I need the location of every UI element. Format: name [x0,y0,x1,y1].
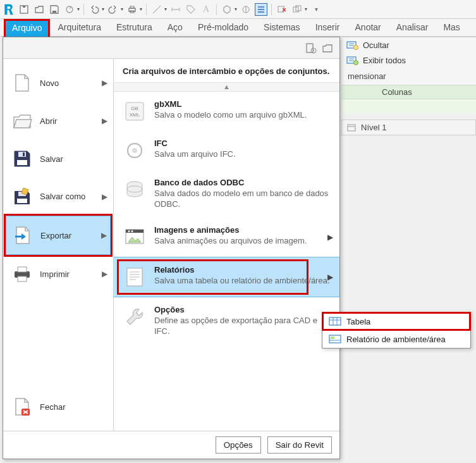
svg-rect-19 [18,152,26,157]
print-icon[interactable] [126,3,138,16]
svg-rect-38 [329,318,341,325]
export-list: GBXML gbXMLSalva o modelo como um arquiv… [114,92,339,431]
save-icon[interactable] [48,3,61,16]
relatorio-ambiente-label: Relatório de ambiente/área [346,335,446,344]
images-icon [123,225,147,249]
relatorios-title: Relatórios [154,265,330,275]
chevron-right-icon: ▶ [102,192,107,201]
options-title: Opções [154,305,331,314]
menu-exportar-label: Exportar [40,231,71,240]
tab-mas[interactable]: Mas [436,19,467,36]
redo-icon[interactable] [107,3,119,16]
menu-salvar-como[interactable]: Salvar como ▶ [6,178,111,216]
chevron-right-icon: ▶ [102,78,107,87]
svg-point-30 [132,148,137,153]
undo-icon[interactable] [88,3,101,16]
ifc-title: IFC [154,139,236,148]
scroll-up-hint[interactable]: ▲ [114,83,339,92]
exibir-todos-button[interactable]: Exibir todos [341,52,476,68]
odbc-title: Banco de dados ODBC [154,178,331,187]
export-gbxml[interactable]: GBXML gbXMLSalva o modelo como um arquiv… [114,92,339,131]
view-level-bar[interactable]: Nível 1 [341,120,476,135]
application-menu: Novo ▶ Abrir ▶ Salvar Salvar como ▶ Expo… [3,37,340,459]
save-disk-icon [11,147,34,170]
export-odbc[interactable]: Banco de dados ODBCSalva dados do modelo… [114,170,339,218]
export-ifc[interactable]: IFCSalva um arquivo IFC. [114,131,339,170]
tab-arquivo[interactable]: Arquivo [4,19,50,37]
tab-analisar[interactable]: Analisar [389,19,436,36]
green-row-2 [341,99,476,113]
menu-salvar[interactable]: Salvar [6,140,111,178]
tag-icon[interactable] [185,3,197,16]
open-icon[interactable] [33,3,46,16]
open-docs-icon[interactable] [322,42,333,54]
sync-icon[interactable] [63,3,76,16]
svg-rect-21 [17,199,27,203]
submenu-tabela[interactable]: Tabela [322,312,470,330]
ocultar-label: Ocultar [363,40,389,50]
close-window-icon[interactable] [276,3,288,16]
tab-arquitetura[interactable]: Arquitetura [50,19,108,36]
menu-abrir[interactable]: Abrir ▶ [6,102,111,140]
open-folder-icon [11,109,34,132]
export-relatorios[interactable]: RelatóriosSalva uma tabela ou relatório … [114,257,339,297]
menu-exportar[interactable]: Exportar ▶ [6,216,111,255]
tab-sistemas[interactable]: Sistemas [256,19,308,36]
images-desc: Salva animações ou arquivos de imagem. [154,236,307,247]
appmenu-footer: Opções Sair do Revit [3,431,339,459]
show-all-icon [346,55,359,65]
chevron-right-icon: ▶ [101,231,107,240]
svg-rect-25 [18,276,27,281]
database-icon [123,178,147,202]
svg-point-12 [354,46,358,50]
export-images[interactable]: Imagens e animaçõesSalva animações ou ar… [114,218,339,257]
svg-text:GB: GB [131,106,138,111]
menu-fechar-label: Fechar [40,402,65,412]
gbxml-icon: GBXML [123,99,147,123]
printer-icon [11,262,34,285]
odbc-desc: Salva dados do modelo em um banco de dad… [154,188,331,210]
svg-rect-18 [17,160,27,165]
recent-docs-icon[interactable] [305,42,317,54]
svg-rect-5 [130,6,134,8]
thin-lines-icon[interactable] [255,3,267,16]
tab-aco[interactable]: Aço [160,19,190,36]
svg-rect-24 [18,267,27,272]
new-icon[interactable] [18,3,30,16]
level-icon [347,123,357,132]
switch-windows-icon[interactable] [291,3,303,16]
revit-logo-icon [3,3,15,16]
submenu-relatorio-ambiente[interactable]: Relatório de ambiente/área [322,330,470,348]
3d-icon[interactable] [221,3,233,16]
svg-rect-2 [52,11,56,13]
chevron-right-icon: ▶ [327,273,333,281]
exibir-todos-label: Exibir todos [363,56,406,65]
appmenu-right-column: Cria arquivos de intercâmbio e opções de… [114,59,339,431]
chevron-right-icon: ▶ [102,269,107,278]
svg-rect-20 [23,152,25,156]
ocultar-button[interactable]: Ocultar [341,37,476,52]
sair-button[interactable]: Sair do Revit [267,436,332,454]
panel-section-label: mensionar [341,68,476,85]
close-doc-icon [11,395,34,418]
menu-novo[interactable]: Novo ▶ [6,64,111,102]
dimension-icon[interactable] [169,3,182,16]
chevron-right-icon: ▶ [102,116,107,125]
menu-imprimir[interactable]: Imprimir ▶ [6,255,111,293]
text-icon[interactable]: A [200,3,212,16]
relatorios-desc: Salva uma tabela ou relatório de ambient… [154,276,330,287]
svg-point-14 [354,61,358,65]
section-icon[interactable] [240,3,252,16]
table-icon [329,316,341,326]
tab-anotar[interactable]: Anotar [348,19,389,36]
opcoes-button[interactable]: Opções [216,436,261,454]
customize-icon[interactable]: ▾ [310,3,322,16]
export-options[interactable]: OpçõesDefine as opções de exportação par… [114,297,339,345]
tab-estrutura[interactable]: Estrutura [109,19,160,36]
tab-inserir[interactable]: Inserir [308,19,348,36]
colunas-row[interactable]: Colunas [341,85,476,99]
tab-premoldado[interactable]: Pré-moldado [190,19,256,36]
menu-fechar[interactable]: Fechar [6,388,111,426]
chevron-right-icon: ▶ [327,233,333,242]
measure-icon[interactable] [150,3,163,16]
